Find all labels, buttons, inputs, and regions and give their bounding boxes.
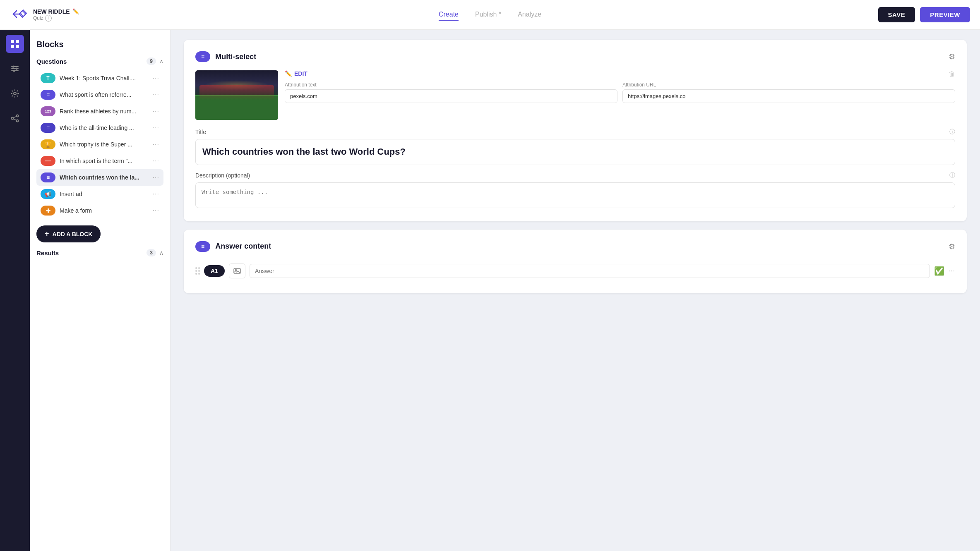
tab-analyze[interactable]: Analyze	[518, 9, 541, 21]
block-icon-t: T	[41, 73, 55, 83]
topnav-right: SAVE PREVIEW	[878, 7, 970, 22]
block-label-0: Week 1: Sports Trivia Chall....	[60, 75, 149, 81]
attribution-url-group: Attribution URL	[622, 82, 955, 103]
icon-btn-blocks[interactable]	[6, 35, 24, 53]
block-item-q8[interactable]: ✚ Make a form ···	[36, 202, 163, 219]
description-label: Description (optional)	[195, 172, 250, 179]
svg-rect-5	[16, 45, 19, 48]
svg-point-7	[12, 66, 14, 68]
block-menu-6[interactable]: ···	[153, 174, 159, 181]
questions-chevron[interactable]: ∧	[159, 58, 163, 65]
card-type-text: Multi-select	[215, 53, 256, 61]
answer-menu-icon[interactable]: ···	[949, 267, 955, 275]
quiz-image	[195, 70, 278, 120]
blocks-title: Blocks	[36, 40, 163, 49]
nav-subtitle: Quiz i	[33, 15, 79, 22]
block-label-1: What sport is often referre...	[60, 91, 149, 98]
answer-card-title-row: ≡ Answer content	[195, 241, 271, 252]
drag-dot	[198, 273, 200, 275]
answer-settings-icon[interactable]: ⚙	[949, 242, 955, 251]
block-menu-3[interactable]: ···	[153, 124, 159, 132]
svg-line-16	[14, 117, 17, 118]
svg-point-15	[17, 120, 19, 122]
nav-title: NEW RIDDLE ✏️	[33, 8, 79, 15]
tab-create[interactable]: Create	[439, 9, 459, 21]
block-item-q4[interactable]: 🏆 Which trophy is the Super ... ···	[36, 136, 163, 153]
svg-point-9	[16, 68, 18, 70]
icon-btn-filter[interactable]	[6, 60, 24, 78]
block-menu-0[interactable]: ···	[153, 74, 159, 82]
icon-btn-settings[interactable]	[6, 84, 24, 103]
block-label-5: In which sport is the term "...	[60, 158, 149, 164]
svg-line-17	[14, 119, 17, 120]
title-info-icon[interactable]: ⓘ	[949, 128, 955, 136]
block-menu-5[interactable]: ···	[153, 157, 159, 165]
edit-image-button[interactable]: ✏️ EDIT	[285, 70, 307, 77]
answer-badge-a1: A1	[204, 265, 225, 277]
results-section-header: Results 3 ∧	[36, 249, 163, 256]
answer-badge-icon: ≡	[201, 243, 204, 250]
tab-publish[interactable]: Publish *	[475, 9, 501, 21]
preview-button[interactable]: PREVIEW	[920, 7, 970, 22]
answer-image-button[interactable]	[229, 264, 245, 278]
svg-rect-3	[16, 40, 19, 43]
svg-rect-2	[11, 40, 14, 43]
block-item-title[interactable]: T Week 1: Sports Trivia Chall.... ···	[36, 70, 163, 86]
nav-title-block: NEW RIDDLE ✏️ Quiz i	[33, 8, 79, 22]
image-section: ✏️ EDIT 🗑 Attribution text Attribution U…	[195, 70, 955, 120]
drag-dot	[195, 273, 197, 275]
drag-dot	[198, 270, 200, 272]
attribution-fields: Attribution text Attribution URL	[285, 82, 955, 103]
info-icon[interactable]: i	[45, 15, 52, 22]
drag-dot	[195, 267, 197, 269]
drag-dot	[195, 270, 197, 272]
icon-btn-share[interactable]	[6, 109, 24, 127]
block-label-3: Who is the all-time leading ...	[60, 125, 149, 131]
delete-image-icon[interactable]: 🗑	[949, 70, 955, 78]
block-item-q3[interactable]: ≡ Who is the all-time leading ... ···	[36, 120, 163, 136]
block-icon-q2: 123	[41, 106, 55, 116]
block-menu-8[interactable]: ···	[153, 207, 159, 214]
add-block-button[interactable]: + ADD A BLOCK	[36, 225, 101, 242]
multiselect-settings-icon[interactable]: ⚙	[949, 52, 955, 61]
answer-text-input[interactable]	[250, 264, 930, 278]
svg-point-14	[12, 117, 14, 120]
card-type-badge: ≡	[195, 51, 210, 62]
block-icon-q4: 🏆	[41, 139, 55, 149]
questions-section-title: Questions	[36, 58, 67, 65]
block-label-7: Insert ad	[60, 191, 149, 197]
stadium-background	[195, 70, 278, 120]
icon-bar	[0, 30, 30, 551]
answer-card-header: ≡ Answer content ⚙	[195, 241, 955, 252]
title-label: Title	[195, 129, 206, 135]
topnav: NEW RIDDLE ✏️ Quiz i Create Publish * An…	[0, 0, 980, 30]
description-input[interactable]	[195, 182, 955, 208]
attribution-url-input[interactable]	[622, 89, 955, 103]
back-button[interactable]	[10, 5, 28, 25]
drag-handle[interactable]	[195, 267, 200, 275]
answer-card-title: Answer content	[215, 242, 271, 251]
block-item-q6[interactable]: ≡ Which countries won the la... ···	[36, 169, 163, 186]
block-menu-2[interactable]: ···	[153, 108, 159, 115]
edit-title-icon[interactable]: ✏️	[72, 8, 79, 14]
description-info-icon[interactable]: ⓘ	[949, 172, 955, 179]
svg-rect-4	[11, 45, 14, 48]
save-button[interactable]: SAVE	[878, 7, 915, 22]
block-menu-1[interactable]: ···	[153, 91, 159, 98]
block-item-q2[interactable]: 123 Rank these athletes by num... ···	[36, 103, 163, 120]
card-title-row: ≡ Multi-select	[195, 51, 256, 62]
block-label-4: Which trophy is the Super ...	[60, 141, 149, 148]
blocks-panel: Blocks Questions 9 ∧ T Week 1: Sports Tr…	[30, 30, 171, 551]
quiz-title-input[interactable]	[195, 139, 955, 165]
block-item-q7[interactable]: 📢 Insert ad ···	[36, 186, 163, 202]
main-layout: Blocks Questions 9 ∧ T Week 1: Sports Tr…	[0, 30, 980, 551]
block-menu-7[interactable]: ···	[153, 190, 159, 198]
results-chevron[interactable]: ∧	[159, 249, 163, 256]
block-item-q5[interactable]: — In which sport is the term "... ···	[36, 153, 163, 169]
card-header: ≡ Multi-select ⚙	[195, 51, 955, 62]
block-icon-q1: ≡	[41, 90, 55, 100]
answer-check-icon[interactable]: ✅	[934, 266, 944, 276]
block-menu-4[interactable]: ···	[153, 141, 159, 148]
attribution-text-input[interactable]	[285, 89, 617, 103]
block-item-q1[interactable]: ≡ What sport is often referre... ···	[36, 86, 163, 103]
